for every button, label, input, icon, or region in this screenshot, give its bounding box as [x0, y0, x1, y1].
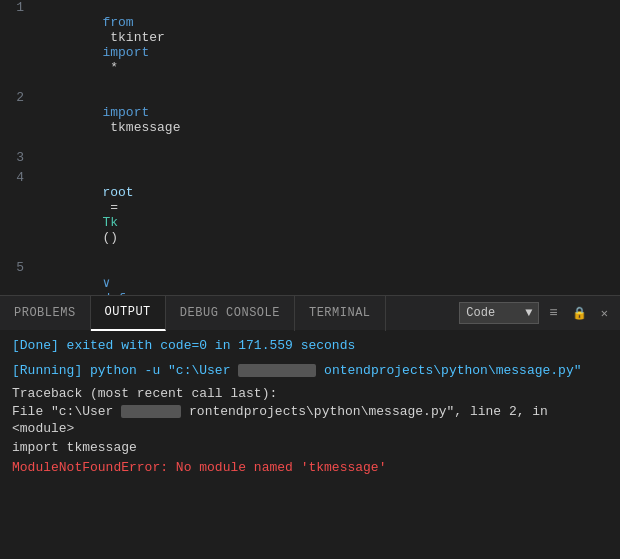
output-running-line: [Running] python -u "c:\User: [12, 363, 230, 378]
tab-terminal[interactable]: TERMINAL: [295, 296, 386, 331]
chevron-down-icon: ▼: [525, 306, 532, 320]
blurred-username-2: [121, 405, 181, 418]
output-module-line: <module>: [12, 419, 608, 439]
tabs-right-controls: Code ▼ ≡ 🔒 ✕: [459, 302, 620, 324]
output-error-line: ModuleNotFoundError: No module named 'tk…: [12, 458, 608, 478]
output-traceback-line: Traceback (most recent call last):: [12, 384, 608, 404]
lock-icon[interactable]: 🔒: [568, 304, 591, 323]
code-filter-dropdown[interactable]: Code ▼: [459, 302, 539, 324]
code-editor: 1 from tkinter import * 2 import tkmessa…: [0, 0, 620, 295]
tab-problems[interactable]: PROBLEMS: [0, 296, 91, 331]
close-panel-icon[interactable]: ✕: [597, 304, 612, 323]
output-import-line: import tkmessage: [12, 438, 608, 458]
panel-tabs-bar: PROBLEMS OUTPUT DEBUG CONSOLE TERMINAL C…: [0, 295, 620, 330]
code-lines: 1 from tkinter import * 2 import tkmessa…: [0, 0, 620, 295]
output-panel: [Done] exited with code=0 in 171.559 sec…: [0, 330, 620, 559]
lines-icon[interactable]: ≡: [545, 303, 561, 323]
output-running-cont: ontendprojects\python\message.py": [324, 363, 581, 378]
output-file-line: File "c:\User rontendprojects\python\mes…: [12, 404, 608, 419]
output-done-line: [Done] exited with code=0 in 171.559 sec…: [12, 338, 608, 353]
code-line-5: 5 ∨ def callback ():: [0, 260, 620, 295]
output-running-block: [Running] python -u "c:\User ontendproje…: [12, 363, 608, 378]
keyword-import: import: [102, 45, 149, 60]
tab-output[interactable]: OUTPUT: [91, 296, 166, 331]
keyword-import-2: import: [102, 105, 149, 120]
keyword-from: from: [102, 15, 133, 30]
code-line-3: 3: [0, 150, 620, 170]
code-line-1: 1 from tkinter import *: [0, 0, 620, 90]
tab-debug-console[interactable]: DEBUG CONSOLE: [166, 296, 295, 331]
code-line-2: 2 import tkmessage: [0, 90, 620, 150]
code-line-4: 4 root = Tk (): [0, 170, 620, 260]
blurred-username-1: [238, 364, 316, 377]
